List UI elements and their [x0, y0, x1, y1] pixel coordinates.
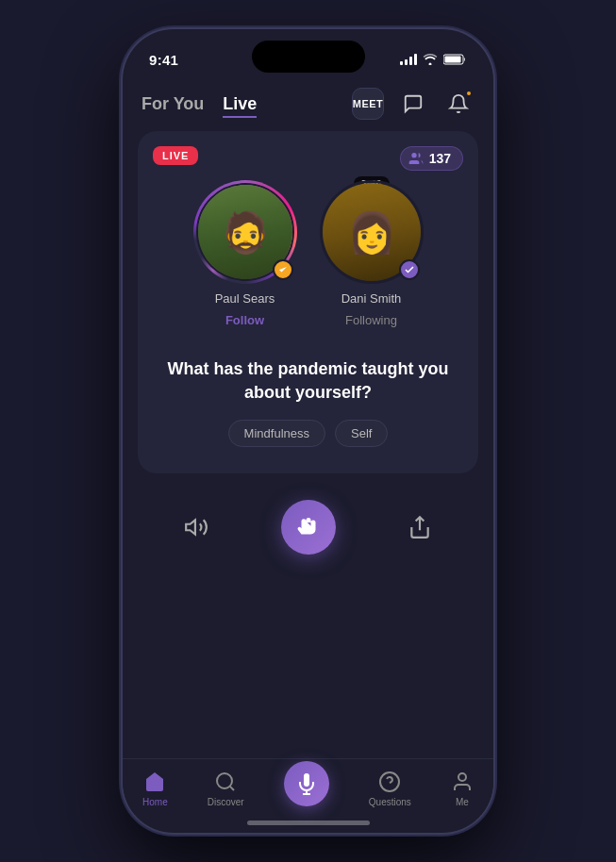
people-icon [408, 151, 424, 166]
mic-button[interactable] [284, 761, 329, 806]
signal-icon [400, 54, 417, 65]
question-section: What has the pandemic taught you about y… [153, 342, 463, 458]
viewer-count-number: 137 [429, 151, 451, 166]
phone-frame: 9:41 [123, 29, 493, 833]
nav-tabs: For You Live [142, 91, 257, 118]
nav-questions[interactable]: Questions [358, 767, 423, 811]
checkmark-icon [277, 264, 289, 275]
nav-home[interactable]: Home [131, 767, 179, 811]
home-icon [143, 771, 166, 793]
raise-hand-icon [294, 513, 323, 541]
svg-point-2 [411, 153, 416, 157]
tags-row: Mindfulness Self [160, 420, 456, 447]
dynamic-island [252, 41, 365, 73]
checkmark-icon [404, 264, 415, 275]
dani-verified-badge [399, 259, 420, 280]
paul-verified-badge [273, 259, 293, 280]
notification-dot [465, 90, 473, 97]
questions-label: Questions [369, 797, 411, 807]
nav-me[interactable]: Me [440, 767, 485, 811]
volume-icon [184, 515, 208, 539]
tag-self[interactable]: Self [335, 420, 388, 447]
paul-follow[interactable]: Follow [225, 313, 264, 327]
raise-hand-button[interactable] [281, 500, 336, 555]
live-badge: LIVE [153, 146, 198, 165]
svg-point-6 [458, 773, 466, 781]
question-text: What has the pandemic taught you about y… [160, 357, 456, 405]
nav-discover[interactable]: Discover [196, 767, 256, 811]
svg-rect-1 [445, 57, 461, 63]
live-card: LIVE 137 [138, 131, 478, 473]
notification-button[interactable] [442, 88, 474, 120]
discover-icon [214, 771, 237, 793]
hosts-row: 🧔 Paul Sears Follow [153, 180, 463, 327]
battery-icon [443, 54, 467, 65]
message-icon [403, 93, 424, 114]
tab-for-you[interactable]: For You [142, 91, 204, 118]
tab-live[interactable]: Live [223, 91, 257, 118]
viewer-count: 137 [400, 146, 463, 171]
host-dani: 2:59 👩 Dani Smith Following [320, 180, 424, 327]
svg-point-4 [217, 773, 232, 788]
home-indicator [247, 821, 370, 825]
nav-icons: MEET [352, 88, 474, 120]
paul-avatar-wrap: 🧔 [193, 180, 297, 284]
me-label: Me [456, 797, 469, 807]
paul-name: Paul Sears [215, 291, 275, 306]
wifi-icon [423, 54, 438, 65]
discover-label: Discover [208, 797, 244, 807]
meet-button[interactable]: MEET [352, 88, 384, 120]
content-area: LIVE 137 [123, 131, 493, 758]
dani-name: Dani Smith [341, 291, 402, 306]
svg-marker-3 [186, 521, 195, 535]
me-icon [451, 771, 474, 793]
home-label: Home [142, 797, 168, 807]
message-button[interactable] [397, 88, 429, 120]
nav-mic[interactable] [273, 769, 341, 810]
share-button[interactable] [399, 506, 441, 548]
action-bar [138, 489, 478, 562]
questions-icon [378, 771, 401, 793]
bell-icon [448, 93, 469, 114]
nav-header: For You Live MEET [123, 80, 493, 131]
phone-screen: 9:41 [123, 29, 493, 833]
host-paul: 🧔 Paul Sears Follow [193, 180, 297, 327]
dani-following: Following [345, 313, 397, 327]
mic-icon [295, 772, 318, 795]
status-icons [400, 54, 467, 65]
volume-button[interactable] [175, 506, 217, 548]
share-icon [408, 515, 432, 539]
tag-mindfulness[interactable]: Mindfulness [228, 420, 325, 447]
bottom-nav: Home Discover [123, 758, 493, 815]
status-time: 9:41 [149, 52, 178, 68]
dani-avatar-wrap: 2:59 👩 [320, 180, 424, 284]
